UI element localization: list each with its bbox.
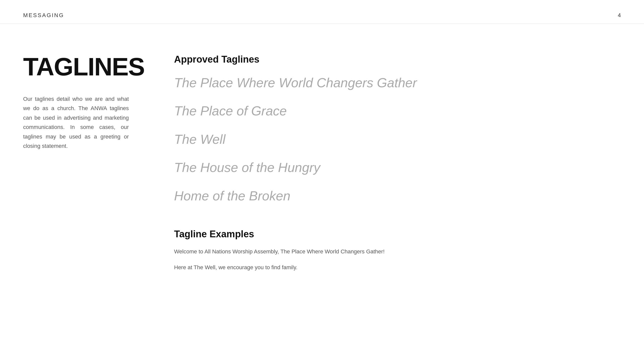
description-text: Our taglines detail who we are and what … [23, 94, 129, 151]
page-number: 4 [618, 12, 621, 19]
page-header: MESSAGING 4 [0, 0, 644, 24]
taglines-list: The Place Where World Changers Gather Th… [174, 75, 621, 204]
list-item: Home of the Broken [174, 188, 621, 204]
approved-taglines-title: Approved Taglines [174, 54, 621, 65]
list-item: The House of the Hungry [174, 160, 621, 175]
left-column: TAGLINES Our taglines detail who we are … [23, 54, 144, 279]
list-item: The Place Where World Changers Gather [174, 75, 621, 90]
page-content: TAGLINES Our taglines detail who we are … [0, 24, 644, 279]
example-text-1: Welcome to All Nations Worship Assembly,… [174, 247, 621, 256]
header-label: MESSAGING [23, 12, 64, 19]
example-text-2: Here at The Well, we encourage you to fi… [174, 263, 621, 272]
list-item: The Place of Grace [174, 103, 621, 119]
right-column: Approved Taglines The Place Where World … [144, 54, 621, 279]
tagline-examples-section: Tagline Examples Welcome to All Nations … [174, 229, 621, 272]
list-item: The Well [174, 131, 621, 147]
approved-taglines-section: Approved Taglines The Place Where World … [174, 54, 621, 204]
tagline-examples-title: Tagline Examples [174, 229, 621, 240]
page-title: TAGLINES [23, 54, 129, 79]
